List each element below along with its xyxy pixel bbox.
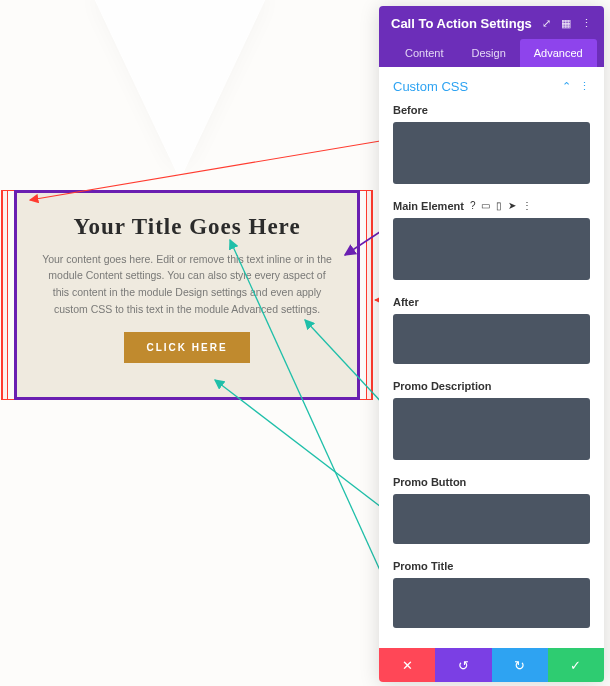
promo-title[interactable]: Your Title Goes Here: [39, 213, 335, 241]
resize-handle-right[interactable]: [366, 190, 373, 400]
grid-icon[interactable]: ▦: [561, 17, 571, 30]
label-promo-title: Promo Title: [393, 560, 453, 572]
field-main-element: Main Element ? ▭ ▯ ➤ ⋮: [393, 200, 590, 284]
panel-header: Call To Action Settings ⤢ ▦ ⋮ Content De…: [379, 6, 604, 67]
section-collapse-icon[interactable]: ⌃: [562, 80, 571, 93]
field-more-icon[interactable]: ⋮: [522, 201, 532, 211]
field-before: Before: [393, 104, 590, 188]
field-promo-description: Promo Description: [393, 380, 590, 464]
help-icon[interactable]: ?: [470, 201, 476, 211]
field-after: After: [393, 296, 590, 368]
label-before: Before: [393, 104, 428, 116]
promo-module[interactable]: Your Title Goes Here Your content goes h…: [2, 190, 372, 400]
label-main-element: Main Element: [393, 200, 464, 212]
section-title[interactable]: Custom CSS: [393, 79, 468, 94]
input-promo-title[interactable]: [393, 578, 590, 628]
cancel-button[interactable]: ✕: [379, 648, 435, 682]
tab-content[interactable]: Content: [391, 39, 458, 67]
field-promo-button: Promo Button: [393, 476, 590, 548]
redo-button[interactable]: ↻: [492, 648, 548, 682]
panel-footer: ✕ ↺ ↻ ✓: [379, 648, 604, 682]
input-promo-button[interactable]: [393, 494, 590, 544]
input-after[interactable]: [393, 314, 590, 364]
device-desktop-icon[interactable]: ▭: [481, 201, 490, 211]
input-main-element[interactable]: [393, 218, 590, 280]
background-light-cone: [90, 0, 270, 180]
panel-tabs: Content Design Advanced: [391, 39, 592, 67]
input-promo-description[interactable]: [393, 398, 590, 460]
device-mobile-icon[interactable]: ▯: [496, 201, 502, 211]
more-icon[interactable]: ⋮: [581, 17, 592, 30]
promo-main-element[interactable]: Your Title Goes Here Your content goes h…: [14, 190, 360, 400]
promo-button[interactable]: CLICK HERE: [124, 332, 249, 363]
section-more-icon[interactable]: ⋮: [579, 80, 590, 93]
undo-button[interactable]: ↺: [435, 648, 491, 682]
expand-icon[interactable]: ⤢: [542, 17, 551, 30]
input-before[interactable]: [393, 122, 590, 184]
label-promo-button: Promo Button: [393, 476, 466, 488]
label-promo-description: Promo Description: [393, 380, 491, 392]
panel-body[interactable]: Custom CSS ⌃ ⋮ Before Main Element ? ▭ ▯…: [379, 67, 604, 648]
settings-panel: Call To Action Settings ⤢ ▦ ⋮ Content De…: [379, 6, 604, 682]
save-button[interactable]: ✓: [548, 648, 604, 682]
promo-description[interactable]: Your content goes here. Edit or remove t…: [39, 251, 335, 318]
resize-handle-left[interactable]: [1, 190, 8, 400]
tab-design[interactable]: Design: [458, 39, 520, 67]
panel-title: Call To Action Settings: [391, 16, 532, 31]
field-promo-title: Promo Title: [393, 560, 590, 632]
label-after: After: [393, 296, 419, 308]
hover-icon[interactable]: ➤: [508, 201, 516, 211]
tab-advanced[interactable]: Advanced: [520, 39, 597, 67]
